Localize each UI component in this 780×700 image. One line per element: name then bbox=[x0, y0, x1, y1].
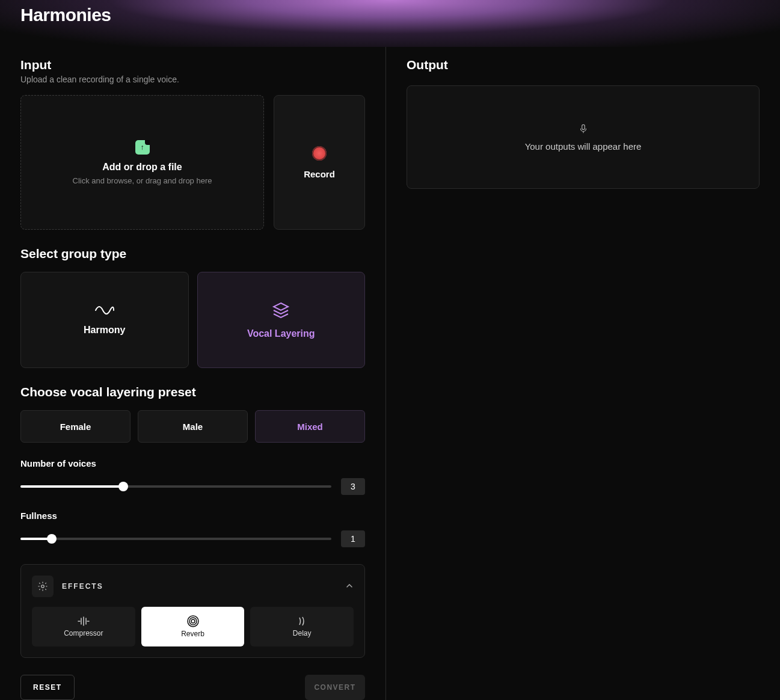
voices-label: Number of voices bbox=[20, 458, 365, 468]
group-option-label: Harmony bbox=[84, 325, 125, 336]
brand-title: Harmonies bbox=[20, 5, 111, 25]
voices-slider[interactable] bbox=[20, 485, 331, 488]
group-option-harmony[interactable]: Harmony bbox=[20, 272, 189, 368]
convert-button[interactable]: CONVERT bbox=[305, 675, 365, 700]
svg-point-2 bbox=[189, 618, 197, 625]
preset-male[interactable]: Male bbox=[138, 410, 248, 443]
fullness-slider-thumb[interactable] bbox=[47, 534, 57, 544]
compressor-icon bbox=[77, 616, 90, 627]
reset-button[interactable]: RESET bbox=[20, 675, 75, 700]
preset-mixed[interactable]: Mixed bbox=[255, 410, 365, 443]
group-title: Select group type bbox=[20, 247, 365, 261]
layers-icon bbox=[271, 301, 290, 320]
file-dropzone[interactable]: Add or drop a file Click and browse, or … bbox=[20, 95, 264, 230]
reverb-icon bbox=[187, 615, 199, 627]
effect-label: Delay bbox=[293, 629, 312, 637]
file-upload-icon bbox=[135, 140, 150, 155]
effects-title: EFFECTS bbox=[62, 582, 103, 591]
record-icon bbox=[312, 146, 327, 161]
gear-icon-box bbox=[32, 576, 54, 597]
output-empty-text: Your outputs will appear here bbox=[525, 141, 642, 152]
preset-label: Male bbox=[183, 422, 203, 432]
chevron-up-icon bbox=[345, 582, 354, 592]
record-label: Record bbox=[304, 169, 335, 179]
reset-label: RESET bbox=[33, 683, 62, 692]
preset-female[interactable]: Female bbox=[20, 410, 131, 443]
group-option-label: Vocal Layering bbox=[247, 328, 315, 339]
preset-label: Mixed bbox=[297, 422, 323, 432]
group-option-vocal-layering[interactable]: Vocal Layering bbox=[197, 272, 366, 368]
effect-label: Reverb bbox=[181, 630, 204, 638]
right-panel: Output Your outputs will appear here bbox=[386, 47, 780, 700]
effect-delay[interactable]: Delay bbox=[250, 607, 354, 646]
dropzone-hint: Click and browse, or drag and drop here bbox=[73, 176, 212, 185]
record-button[interactable]: Record bbox=[274, 95, 365, 230]
input-subtitle: Upload a clean recording of a single voi… bbox=[20, 75, 365, 84]
preset-title: Choose vocal layering preset bbox=[20, 385, 365, 399]
input-title: Input bbox=[20, 58, 365, 72]
left-panel: Input Upload a clean recording of a sing… bbox=[0, 47, 386, 700]
output-empty-state: Your outputs will appear here bbox=[407, 85, 760, 189]
dropzone-title: Add or drop a file bbox=[102, 162, 182, 173]
convert-label: CONVERT bbox=[314, 683, 355, 692]
effect-label: Compressor bbox=[64, 629, 103, 637]
delay-icon bbox=[296, 616, 308, 627]
svg-rect-4 bbox=[582, 124, 585, 129]
svg-point-0 bbox=[41, 585, 45, 588]
effects-panel: EFFECTS Compressor bbox=[20, 564, 365, 658]
svg-point-1 bbox=[191, 619, 195, 623]
voices-slider-fill bbox=[20, 485, 123, 488]
output-title: Output bbox=[407, 58, 760, 72]
microphone-icon bbox=[578, 123, 589, 134]
effects-toggle[interactable]: EFFECTS bbox=[32, 576, 354, 597]
fullness-slider[interactable] bbox=[20, 538, 331, 540]
gear-icon bbox=[37, 581, 48, 592]
fullness-value: 1 bbox=[341, 530, 365, 547]
effect-compressor[interactable]: Compressor bbox=[32, 607, 135, 646]
voices-value: 3 bbox=[341, 478, 365, 495]
voices-slider-thumb[interactable] bbox=[118, 482, 128, 491]
fullness-label: Fullness bbox=[20, 511, 365, 521]
harmony-icon bbox=[94, 304, 115, 316]
effect-reverb[interactable]: Reverb bbox=[141, 607, 245, 646]
app-header: Harmonies bbox=[0, 0, 780, 47]
preset-label: Female bbox=[60, 422, 91, 432]
